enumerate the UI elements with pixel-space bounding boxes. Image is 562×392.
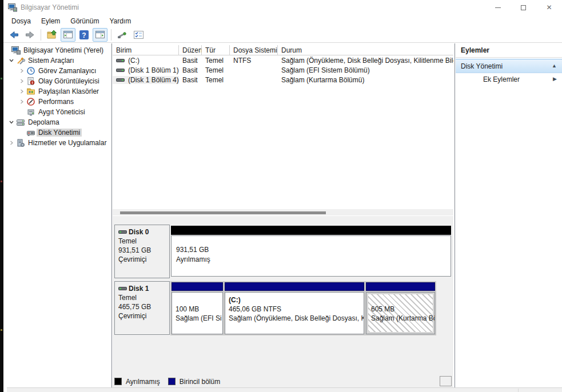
volume-list: Birim Düzen Tür Dosya Sistemi Durum (C:)… (113, 43, 453, 209)
volume-list-header: Birim Düzen Tür Dosya Sistemi Durum (113, 45, 453, 55)
window-title: Bilgisayar Yönetimi (21, 0, 79, 15)
chevron-expanded-icon[interactable] (7, 58, 16, 63)
volume-icon (116, 76, 125, 84)
toolbar-separator (41, 29, 41, 41)
tree-item-bilgisayar-yonetimi[interactable]: Bilgisayar Yönetimi (Yerel) (3, 45, 111, 55)
computer-icon (11, 46, 22, 55)
column-header-dosya-sistemi[interactable]: Dosya Sistemi (230, 45, 278, 55)
disk0-type: Temel (118, 237, 169, 246)
partition-efi-color-bar (172, 282, 223, 291)
actions-group-disk-yonetimi[interactable]: Disk Yönetimi ▲ (456, 59, 562, 73)
menu-eylem[interactable]: Eylem (36, 16, 65, 26)
disk0-status: Çevrimiçi (118, 255, 169, 264)
column-header-duzen[interactable]: Düzen (179, 45, 202, 55)
disk0-header[interactable]: Disk 0 Temel 931,51 GB Çevrimiçi (114, 225, 170, 278)
device-manager-icon (26, 107, 37, 117)
tree-item-gorev-zamanlayici[interactable]: Görev Zamanlayıcı (3, 66, 111, 76)
legend-primary-swatch (168, 378, 176, 385)
volume-row-c[interactable]: (C:) Basit Temel NTFS Sağlam (Önyükleme,… (113, 55, 453, 65)
chevron-collapsed-icon[interactable] (17, 78, 26, 84)
volume-icon (116, 57, 125, 65)
svg-text:?: ? (82, 31, 86, 39)
task-scheduler-icon (26, 66, 37, 75)
disk-management-icon (26, 128, 37, 137)
submenu-arrow-icon: ▶ (553, 76, 557, 82)
tree-item-paylasilan-klasorler[interactable]: Paylaşılan Klasörler (3, 86, 111, 97)
disk0-size: 931,51 GB (118, 246, 169, 255)
status-bar-separator (518, 389, 519, 392)
volume-row-disk1-bolum1[interactable]: (Disk 1 Bölüm 1) Basit Temel Sağlam (EFI… (113, 65, 453, 75)
menu-bar: Dosya Eylem Görünüm Yardım (3, 15, 562, 27)
menu-gorunum[interactable]: Görünüm (65, 16, 104, 26)
panel-divider[interactable] (455, 43, 455, 387)
legend-unallocated-swatch (114, 378, 122, 385)
chevron-collapsed-icon[interactable] (7, 140, 16, 146)
partition-recovery-color-bar (366, 282, 435, 291)
tree-item-olay-goruntuleyicisi[interactable]: Olay Görüntüleyicisi (3, 76, 111, 86)
event-viewer-icon (26, 77, 37, 86)
close-button[interactable]: ✕ (536, 0, 562, 15)
actions-item-ek-eylemler[interactable]: Ek Eylemler ▶ (456, 73, 562, 86)
performance-icon (26, 97, 37, 106)
show-action-pane-icon[interactable] (93, 28, 107, 42)
scrollbar-corner (440, 376, 452, 386)
volume-row-disk1-bolum4[interactable]: (Disk 1 Bölüm 4) Basit Temel Sağlam (Kur… (113, 75, 453, 85)
console-tree: Bilgisayar Yönetimi (Yerel) Sistem Araçl… (3, 43, 112, 387)
horizontal-scrollbar[interactable] (113, 209, 453, 216)
column-header-tur[interactable]: Tür (202, 45, 230, 55)
tree-item-depolama[interactable]: Depolama (3, 117, 111, 127)
disk1-type: Temel (118, 293, 169, 302)
tree-item-hizmetler-ve-uygulamalar[interactable]: Hizmetler ve Uygulamalar (3, 138, 111, 148)
chevron-collapsed-icon[interactable] (17, 68, 26, 74)
chevron-collapsed-icon[interactable] (17, 99, 26, 105)
shared-folders-icon (26, 87, 37, 96)
partition-legend: Ayrılmamış Birincil bölüm (114, 376, 220, 387)
back-icon[interactable] (6, 28, 21, 42)
computer-management-window: Bilgisayar Yönetimi ✕ Dosya Eylem Görünü… (3, 0, 562, 392)
toolbar: ? (3, 27, 562, 43)
partition-efi[interactable]: 100 MB Sağlam (EFI Si (172, 282, 223, 334)
maximize-button[interactable] (511, 0, 536, 15)
tools-icon (16, 56, 26, 65)
status-bar (7, 387, 562, 392)
column-header-birim[interactable]: Birim (113, 45, 179, 55)
disk1-status: Çevrimiçi (118, 311, 169, 321)
disk0-unallocated-region[interactable]: 931,51 GB Ayrılmamış (171, 235, 451, 277)
disk1-header[interactable]: Disk 1 Temel 465,75 GB Çevrimiçi (114, 281, 170, 335)
titlebar: Bilgisayar Yönetimi ✕ (3, 0, 562, 15)
menu-yardim[interactable]: Yardım (104, 16, 136, 26)
disk-icon (118, 227, 127, 237)
tree-item-disk-yonetimi[interactable]: Disk Yönetimi (3, 127, 111, 138)
help-icon[interactable]: ? (77, 28, 91, 42)
partition-recovery[interactable]: 605 MB Sağlam (Kurtarma Bö (366, 282, 435, 334)
app-icon (8, 3, 17, 14)
chevron-collapsed-icon[interactable] (17, 89, 26, 94)
tree-item-aygit-yoneticisi[interactable]: Aygıt Yöneticisi (3, 107, 111, 117)
toolbar-separator (111, 29, 111, 41)
scrollbar-thumb[interactable] (120, 211, 326, 214)
forward-icon[interactable] (22, 28, 37, 42)
show-console-tree-icon[interactable] (61, 28, 75, 42)
tree-item-performans[interactable]: Performans (3, 97, 111, 107)
collapse-caret-icon[interactable]: ▲ (552, 63, 557, 69)
disk-icon (118, 284, 127, 293)
tree-item-sistem-araclari[interactable]: Sistem Araçları (3, 55, 111, 66)
actions-panel: Eylemler Disk Yönetimi ▲ Ek Eylemler ▶ (456, 43, 562, 387)
services-icon (16, 138, 26, 147)
column-header-durum[interactable]: Durum (278, 45, 453, 55)
disk1-size: 465,75 GB (118, 302, 169, 311)
minimize-button[interactable] (485, 0, 511, 15)
storage-icon (16, 118, 26, 127)
disk0-unallocated-bar (171, 226, 451, 235)
customize-view-icon[interactable] (131, 28, 146, 42)
disk-graphical-view: Disk 0 Temel 931,51 GB Çevrimiçi 931,51 … (113, 216, 453, 387)
actions-panel-title: Eylemler (456, 43, 562, 58)
partition-c[interactable]: (C:) 465,06 GB NTFS Sağlam (Önyükleme, D… (225, 282, 364, 334)
console-tool-icon[interactable] (115, 28, 130, 42)
up-folder-icon[interactable] (45, 28, 59, 42)
volume-icon (116, 66, 125, 74)
partition-c-color-bar (225, 282, 364, 291)
menu-dosya[interactable]: Dosya (6, 16, 36, 26)
disk1-partition-strip: 100 MB Sağlam (EFI Si (C:) 465,06 GB NTF… (170, 281, 436, 335)
chevron-expanded-icon[interactable] (7, 119, 16, 125)
